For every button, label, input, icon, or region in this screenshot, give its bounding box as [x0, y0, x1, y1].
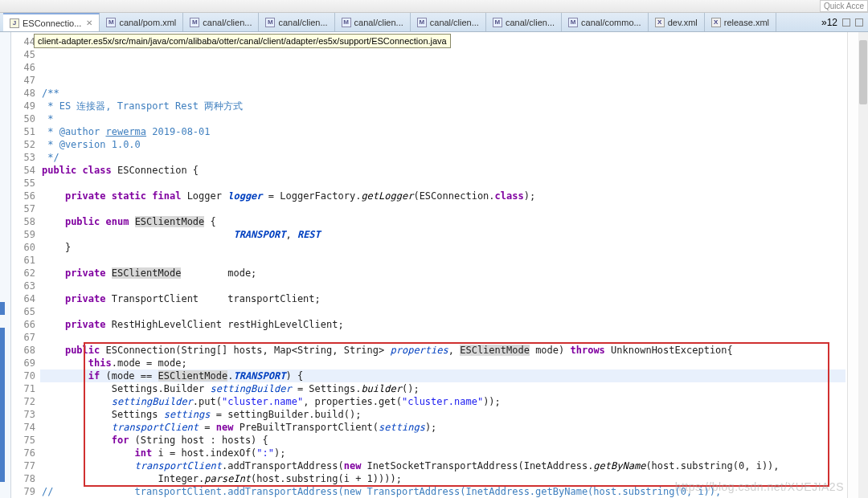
line-number[interactable]: 59 — [11, 228, 35, 241]
code-line[interactable]: TRANSPORT, REST — [40, 228, 845, 241]
editor-tab[interactable]: Mcanal/clien... — [335, 13, 411, 31]
watermark-text: https://blog.csdn.net/XUEJIA2S — [675, 480, 844, 493]
maximize-icon[interactable] — [855, 18, 863, 27]
line-number[interactable]: 67 — [11, 331, 35, 344]
code-line[interactable] — [40, 202, 845, 215]
code-line[interactable]: public class ESConnection { — [40, 164, 845, 177]
code-line[interactable]: } — [40, 241, 845, 254]
line-number[interactable]: 56 — [11, 190, 35, 202]
file-type-icon: J — [10, 18, 19, 28]
line-number[interactable]: 75 — [11, 434, 35, 447]
line-number[interactable]: 69 — [11, 357, 35, 369]
code-line[interactable]: settingBuilder.put("cluster.name", prope… — [40, 395, 845, 408]
tab-label: ESConnectio... — [23, 18, 81, 28]
code-line[interactable]: * ES 连接器, Transport Rest 两种方式 — [40, 100, 845, 112]
code-line[interactable]: int i = host.indexOf(":"); — [40, 447, 845, 459]
scrollbar-thumb[interactable] — [859, 40, 867, 104]
code-line[interactable] — [40, 280, 845, 292]
line-number[interactable]: 60 — [11, 241, 35, 254]
code-line[interactable]: private RestHighLevelClient restHighLeve… — [40, 318, 845, 331]
overflow-indicator[interactable]: »12 — [821, 17, 837, 28]
tab-label: canal/commo... — [581, 18, 641, 27]
editor-tab[interactable]: Xdev.xml — [649, 13, 705, 31]
line-number[interactable]: 63 — [11, 280, 35, 292]
line-number[interactable]: 47 — [11, 74, 35, 87]
editor-tab[interactable]: Mcanal/commo... — [562, 13, 649, 31]
line-number[interactable]: 44 — [11, 35, 35, 48]
code-line[interactable] — [40, 331, 845, 344]
line-number[interactable]: 76 — [11, 447, 35, 459]
file-type-icon: M — [342, 18, 351, 27]
code-line[interactable] — [40, 74, 845, 87]
code-line[interactable]: for (String host : hosts) { — [40, 434, 845, 447]
code-line[interactable]: */ — [40, 151, 845, 164]
editor-tab[interactable]: Mcanal/clien... — [183, 13, 259, 31]
code-line[interactable]: private ESClientMode mode; — [40, 267, 845, 280]
code-line[interactable]: public enum ESClientMode { — [40, 215, 845, 228]
line-number[interactable]: 62 — [11, 267, 35, 280]
overview-ruler[interactable] — [847, 32, 858, 498]
line-number[interactable]: 72 — [11, 395, 35, 408]
line-number[interactable]: 54 — [11, 164, 35, 177]
line-number[interactable]: 68 — [11, 344, 35, 357]
quick-access-field[interactable]: Quick Acce — [820, 0, 868, 12]
line-number[interactable]: 74 — [11, 421, 35, 434]
editor-tab[interactable]: JESConnectio...✕ — [3, 13, 100, 31]
line-number[interactable]: 71 — [11, 382, 35, 395]
editor-tab[interactable]: Mcanal/clien... — [486, 13, 562, 31]
line-number[interactable]: 79 — [11, 485, 35, 498]
editor-tab[interactable]: Mcanal/pom.xml — [100, 13, 183, 31]
editor-tab[interactable]: Mcanal/clien... — [259, 13, 334, 31]
marker-bar — [0, 32, 11, 498]
line-number[interactable]: 65 — [11, 305, 35, 318]
tab-label: canal/clien... — [203, 18, 252, 27]
code-line[interactable]: if (mode == ESClientMode.TRANSPORT) { — [40, 369, 845, 382]
vertical-scrollbar[interactable] — [858, 32, 868, 498]
code-line[interactable]: Settings settings = settingBuilder.build… — [40, 408, 845, 421]
file-type-icon: X — [655, 18, 665, 27]
line-number[interactable]: 50 — [11, 112, 35, 125]
code-line[interactable] — [40, 177, 845, 190]
line-number[interactable]: 46 — [11, 61, 35, 74]
code-line[interactable]: transportClient.addTransportAddress(new … — [40, 459, 845, 472]
line-number[interactable]: 57 — [11, 202, 35, 215]
code-line[interactable]: private static final Logger logger = Log… — [40, 190, 845, 202]
line-number[interactable]: 73 — [11, 408, 35, 421]
editor-tab[interactable]: Mcanal/clien... — [411, 13, 486, 31]
code-line[interactable]: this.mode = mode; — [40, 357, 845, 369]
line-number[interactable]: 49 — [11, 100, 35, 112]
line-number[interactable]: 77 — [11, 459, 35, 472]
code-line[interactable]: private TransportClient transportClient; — [40, 292, 845, 305]
line-number[interactable]: 61 — [11, 254, 35, 267]
code-line[interactable]: Settings.Builder settingBuilder = Settin… — [40, 382, 845, 395]
code-editor[interactable]: /** * ES 连接器, Transport Rest 两种方式 * * @a… — [40, 32, 845, 498]
line-number[interactable]: 48 — [11, 87, 35, 100]
line-number[interactable]: 45 — [11, 48, 35, 61]
editor-tab[interactable]: Xrelease.xml — [705, 13, 776, 31]
tab-overflow-controls[interactable]: »12 — [817, 13, 868, 31]
file-type-icon: M — [190, 18, 199, 27]
tab-label: dev.xml — [668, 18, 698, 27]
line-number[interactable]: 53 — [11, 151, 35, 164]
close-icon[interactable]: ✕ — [86, 18, 92, 27]
code-line[interactable]: * — [40, 112, 845, 125]
line-number[interactable]: 58 — [11, 215, 35, 228]
line-number[interactable]: 55 — [11, 177, 35, 190]
line-number[interactable]: 64 — [11, 292, 35, 305]
line-number[interactable]: 52 — [11, 138, 35, 151]
code-line[interactable]: public ESConnection(String[] hosts, Map<… — [40, 344, 845, 357]
line-number[interactable]: 51 — [11, 125, 35, 138]
code-line[interactable]: * @author rewerma 2019-08-01 — [40, 125, 845, 138]
code-line[interactable]: transportClient = new PreBuiltTransportC… — [40, 421, 845, 434]
change-marker — [0, 328, 5, 482]
line-number[interactable]: 66 — [11, 318, 35, 331]
line-number[interactable]: 78 — [11, 472, 35, 485]
minimize-icon[interactable] — [842, 18, 850, 27]
code-line[interactable]: /** — [40, 87, 845, 100]
file-type-icon: M — [493, 18, 502, 27]
line-number[interactable]: 70 — [11, 369, 35, 382]
code-line[interactable] — [40, 305, 845, 318]
code-line[interactable] — [40, 254, 845, 267]
line-number-gutter[interactable]: 4445464748495051525354555657585960616263… — [11, 32, 40, 498]
code-line[interactable]: * @version 1.0.0 — [40, 138, 845, 151]
